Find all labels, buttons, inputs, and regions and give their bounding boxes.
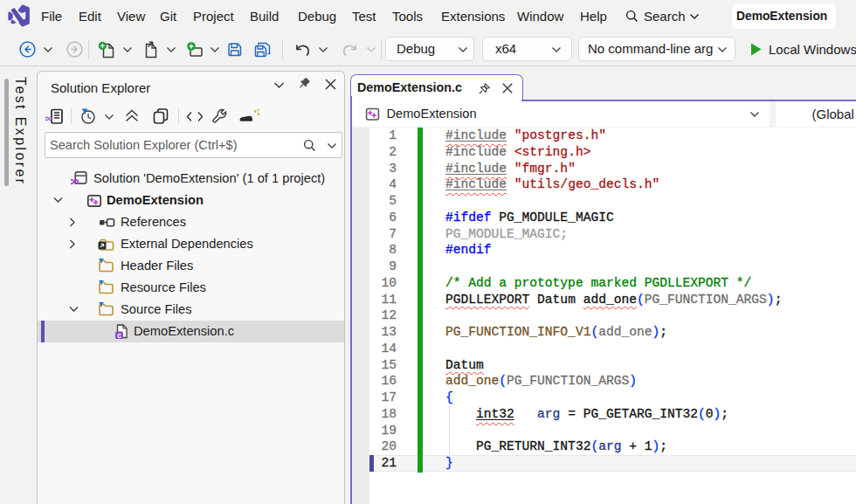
- svg-text:∞: ∞: [45, 111, 53, 125]
- svg-text:c: c: [117, 331, 121, 340]
- svg-text:∞: ∞: [71, 173, 79, 188]
